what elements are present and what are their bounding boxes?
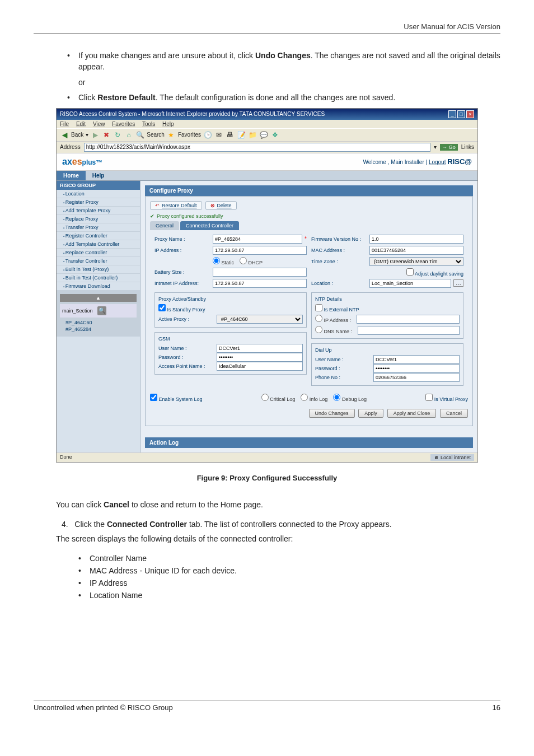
location-browse-icon[interactable]: … xyxy=(453,279,463,287)
back-dropdown-icon[interactable]: ▾ xyxy=(86,132,88,138)
sidebar-item-add-template-controller[interactable]: Add Template Controller xyxy=(57,240,140,249)
search-icon[interactable]: 🔍 xyxy=(135,130,144,139)
search-icon[interactable]: 🔍 xyxy=(97,306,106,315)
menu-tools[interactable]: Tools xyxy=(142,121,155,127)
back-label[interactable]: Back xyxy=(71,132,83,138)
restore-default-button[interactable]: ↶ Restore Default xyxy=(150,201,202,210)
external-ntp-label: Is External NTP xyxy=(324,307,359,312)
links-label[interactable]: Links xyxy=(461,144,474,150)
logout-link[interactable]: Logout xyxy=(429,159,446,165)
active-proxy-label: Active Proxy : xyxy=(158,316,214,322)
address-input[interactable] xyxy=(84,143,430,152)
tab-general[interactable]: General xyxy=(150,221,179,230)
firmware-input[interactable] xyxy=(369,235,463,244)
static-radio[interactable]: Static xyxy=(213,257,234,265)
apply-button[interactable]: Apply xyxy=(358,409,383,418)
favorites-icon[interactable]: ★ xyxy=(167,130,176,139)
critical-radio[interactable]: Critical Log xyxy=(261,394,296,402)
ip-address-input[interactable] xyxy=(213,246,307,255)
tree-section[interactable]: main_Section xyxy=(62,308,93,314)
panel-title: Configure Proxy xyxy=(145,185,473,196)
gsm-user-input[interactable] xyxy=(217,344,303,353)
daylight-checkbox[interactable]: Adjust daylight saving xyxy=(406,271,463,277)
close-button[interactable]: × xyxy=(466,110,474,118)
minimize-button[interactable]: _ xyxy=(448,110,456,118)
standby-checkbox[interactable]: Is Standby Proxy xyxy=(158,307,205,312)
tree-item-2[interactable]: #P_465284 xyxy=(60,326,137,332)
go-button[interactable]: → Go xyxy=(440,144,458,151)
action-log-header[interactable]: Action Log xyxy=(145,437,473,448)
ntp-dns-input[interactable] xyxy=(358,326,460,335)
sidebar-item-replace-proxy[interactable]: Replace Proxy xyxy=(57,215,140,223)
address-dropdown-icon[interactable]: ▾ xyxy=(434,144,437,150)
apn-input[interactable] xyxy=(217,362,303,371)
tab-help[interactable]: Help xyxy=(86,171,111,180)
mac-label: MAC Address : xyxy=(311,248,367,253)
history-icon[interactable]: 🕒 xyxy=(203,130,212,139)
forward-icon[interactable]: ▶ xyxy=(91,130,100,139)
sidebar-item-location[interactable]: Location xyxy=(57,190,140,198)
ntp-ip-radio[interactable]: IP Address : xyxy=(315,315,351,324)
bullet-1-text: If you make changes and are unsure about… xyxy=(78,50,500,72)
dial-user-input[interactable] xyxy=(373,355,460,364)
ntp-dns-radio[interactable]: DNS Name : xyxy=(315,326,352,335)
location-input[interactable] xyxy=(369,279,451,288)
mail-icon[interactable]: ✉ xyxy=(214,130,223,139)
menu-favorites[interactable]: Favorites xyxy=(112,121,135,127)
proxy-name-input[interactable] xyxy=(213,235,302,244)
sidebar-item-add-template-proxy[interactable]: Add Template Proxy xyxy=(57,207,140,215)
cancel-button[interactable]: Cancel xyxy=(440,409,468,418)
sidebar-item-register-proxy[interactable]: Register Proxy xyxy=(57,198,140,207)
mac-input[interactable] xyxy=(369,246,463,255)
sidebar-item-transfer-controller[interactable]: Transfer Controller xyxy=(57,257,140,265)
tree-scroll-up-icon[interactable]: ▲ xyxy=(60,294,137,302)
search-label[interactable]: Search xyxy=(147,132,165,138)
sidebar-item-transfer-proxy[interactable]: Transfer Proxy xyxy=(57,223,140,232)
gsm-legend: GSM xyxy=(158,336,303,342)
phone-input[interactable] xyxy=(373,373,460,382)
extra-icon[interactable]: ❖ xyxy=(270,130,279,139)
dial-pass-input[interactable] xyxy=(373,364,460,373)
menu-view[interactable]: View xyxy=(93,121,105,127)
gsm-pass-input[interactable] xyxy=(217,353,303,362)
ntp-ip-input[interactable] xyxy=(357,315,460,324)
debug-radio[interactable]: Debug Log xyxy=(333,394,367,402)
stop-icon[interactable]: ✖ xyxy=(102,130,111,139)
sidebar-item-replace-controller[interactable]: Replace Controller xyxy=(57,249,140,257)
maximize-button[interactable]: □ xyxy=(457,110,465,118)
zone-icon: 🖥 xyxy=(434,455,439,460)
favorites-label[interactable]: Favorites xyxy=(178,132,201,138)
folder-icon[interactable]: 📁 xyxy=(248,130,257,139)
virtual-proxy-checkbox[interactable]: Is Virtual Proxy xyxy=(425,394,468,402)
print-icon[interactable]: 🖶 xyxy=(226,130,235,139)
apply-close-button[interactable]: Apply and Close xyxy=(387,409,437,418)
active-proxy-select[interactable]: #P_464C60 xyxy=(217,315,303,324)
enable-log-checkbox[interactable]: Enable System Log xyxy=(150,394,203,402)
sidebar-item-bit-proxy[interactable]: Built in Test (Proxy) xyxy=(57,265,140,274)
tab-home[interactable]: Home xyxy=(57,171,86,180)
timezone-select[interactable]: (GMT) Greenwich Mean Tim xyxy=(369,257,463,266)
back-icon[interactable]: ◀ xyxy=(60,130,69,139)
sidebar-item-register-controller[interactable]: Register Controller xyxy=(57,232,140,240)
menu-edit[interactable]: Edit xyxy=(76,121,86,127)
menu-file[interactable]: File xyxy=(60,121,69,127)
menu-help[interactable]: Help xyxy=(162,121,174,127)
sidebar-header: RISCO GROUP xyxy=(57,181,140,190)
intranet-ip-input[interactable] xyxy=(213,279,307,288)
battery-input[interactable] xyxy=(213,268,307,277)
sidebar-item-bit-controller[interactable]: Built in Test (Controller) xyxy=(57,274,140,282)
tab-connected-controller[interactable]: Connected Controller xyxy=(180,221,239,230)
dhcp-radio[interactable]: DHCP xyxy=(240,257,263,265)
edit-icon[interactable]: 📝 xyxy=(237,130,246,139)
sidebar-item-firmware[interactable]: Firmware Download xyxy=(57,282,140,291)
refresh-icon[interactable]: ↻ xyxy=(113,130,122,139)
external-ntp-checkbox[interactable]: Is External NTP xyxy=(315,307,359,312)
footer-page-number: 16 xyxy=(493,703,500,712)
discuss-icon[interactable]: 💬 xyxy=(259,130,268,139)
delete-button[interactable]: ⊗ Delete xyxy=(205,201,237,210)
info-radio[interactable]: Info Log xyxy=(301,394,327,402)
tree-item-1[interactable]: #P_464C60 xyxy=(60,320,137,325)
ntp-legend: NTP Details xyxy=(315,296,460,302)
home-icon[interactable]: ⌂ xyxy=(124,130,133,139)
undo-changes-button[interactable]: Undo Changes xyxy=(309,409,355,418)
